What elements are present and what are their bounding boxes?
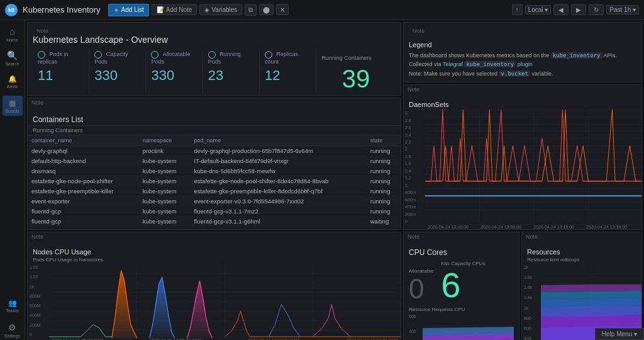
telegraf-link[interactable]: Telegraf xyxy=(443,61,463,67)
metric-running-containers: Running Containers 39 xyxy=(316,50,396,93)
nodes-cpu-chart-area: 1.00 1.20 1k 800M 600M 400M 200M 0 xyxy=(28,264,401,338)
sidebar-item-teams[interactable]: 👥 Teams xyxy=(3,296,23,316)
plugin-link[interactable]: plugin xyxy=(518,61,533,67)
daemonsets-svg xyxy=(425,110,641,225)
cpu-allocatable: Allocatable 0 xyxy=(409,268,433,303)
metric-allocatable-pods: Allocatable Pods 330 xyxy=(146,50,203,93)
resources-title: Resources xyxy=(522,241,641,257)
plus-icon: ＋ xyxy=(113,6,119,14)
nodes-cpu-note-label: Note xyxy=(28,232,401,241)
location-selector[interactable]: Local ▾ xyxy=(525,5,552,14)
table-row: estafette-gke-preemptible-killerkube-sys… xyxy=(28,186,401,196)
col-pod-name: pod_name xyxy=(190,135,366,146)
add-note-button[interactable]: 📝 Add Note xyxy=(152,4,197,15)
table-row: default-http-backendkube-systemIT-defaul… xyxy=(28,156,401,166)
table-row: devly-graphqlproctinkdevly-graphql-produ… xyxy=(28,146,401,156)
nodes-cpu-svg xyxy=(49,264,401,338)
gear-icon: ⚙ xyxy=(8,322,16,332)
rr-chart xyxy=(423,314,514,340)
metric-running-pods: Running Pods 23 xyxy=(203,50,260,93)
topbar-right: ↑ Local ▾ ◀ ▶ ↻ Past 1h ▾ xyxy=(512,4,639,15)
app-logo: k8 xyxy=(5,4,18,16)
dashboard-grid: Note Kubernetes Landscape - Overview Pod… xyxy=(25,20,644,340)
sidebar: ⌂ Home 🔍 Search 🔔 Alerts ▦ Boards 👥 Team… xyxy=(0,20,25,340)
refresh-button[interactable]: ↻ xyxy=(589,4,604,15)
cpu-cores-content: CPU Cores Allocatable 0 K8s Capacity CPU… xyxy=(404,241,519,340)
home-icon: ⌂ xyxy=(9,26,14,37)
resources-panel: Note Resources Resource limit millicups … xyxy=(521,232,642,340)
rr-svg xyxy=(423,314,514,340)
table-row: fluentd-gcpkube-systemfluentd-gcp-v3.1.1… xyxy=(28,227,401,230)
cpu-cores-panel: Note CPU Cores Allocatable 0 K8s Capacit… xyxy=(403,232,519,340)
resources-note-label: Note xyxy=(522,232,641,241)
metric-capacity-pods: Capacity Pods 330 xyxy=(89,50,146,93)
metric-circle-4 xyxy=(208,51,216,59)
sidebar-item-alerts[interactable]: 🔔 Alerts xyxy=(3,72,23,92)
table-row: event-exporterkube-systemevent-exporter-… xyxy=(28,196,401,207)
nodes-cpu-y-axis: 1.00 1.20 1k 800M 600M 400M 200M 0 xyxy=(28,264,49,338)
col-namespace: namespace xyxy=(139,135,191,146)
help-menu-button[interactable]: Help Menu ▾ xyxy=(595,328,644,340)
nodes-cpu-title: Nodes CPU Usage xyxy=(28,241,401,257)
sidebar-item-search[interactable]: 🔍 Search xyxy=(3,48,23,68)
search-icon: 🔍 xyxy=(7,50,18,60)
add-list-button[interactable]: ＋ Add List xyxy=(108,4,149,16)
right-column: Note Legend The dashboard shows Kubernet… xyxy=(403,22,642,230)
nav-left-button[interactable]: ◀ xyxy=(553,4,569,15)
time-range-selector[interactable]: Past 1h ▾ xyxy=(606,5,639,14)
nav-right-button[interactable]: ▶ xyxy=(571,4,586,15)
allocatable-value: 0 xyxy=(409,275,433,303)
metric-circle-1 xyxy=(38,51,45,59)
nodes-cpu-subtitle: Pods CPU Usage in Nanocores xyxy=(28,257,401,264)
variables-button[interactable]: ◈ Variables xyxy=(199,4,242,15)
containers-subtitle: Running Containers xyxy=(28,126,401,135)
cpu-cores-title: CPU Cores xyxy=(409,248,514,257)
daemonsets-chart xyxy=(425,110,641,225)
table-row: fluentd-gcpkube-systemfluentd-gcp-v3.1.1… xyxy=(28,217,401,227)
legend-note-label: Note xyxy=(409,26,636,35)
left-column: Note Kubernetes Landscape - Overview Pod… xyxy=(27,22,401,230)
save-button[interactable]: ↑ xyxy=(512,4,523,15)
metric-circle-3 xyxy=(151,51,158,59)
page-title: Kubernetes Inventory xyxy=(23,5,101,14)
svg-marker-48 xyxy=(541,315,641,327)
teams-icon: 👥 xyxy=(8,299,17,307)
containers-note-label: Note xyxy=(28,98,401,106)
containers-table: container_name namespace pod_name state … xyxy=(28,135,401,230)
overview-title: Kubernetes Landscape - Overview xyxy=(33,35,396,45)
resources-subtitle: Resource limit millicups xyxy=(522,257,641,264)
icon-btn-3[interactable]: ✕ xyxy=(276,4,289,15)
sidebar-item-settings[interactable]: ⚙ Settings xyxy=(3,320,23,340)
rr-y-axis: 600 400 200 xyxy=(409,314,423,340)
overview-note-label: Note xyxy=(33,26,396,35)
topbar: k8 Kubernetes Inventory ＋ Add List 📝 Add… xyxy=(0,0,644,20)
icon-btn-2[interactable]: ⬤ xyxy=(259,4,274,15)
sidebar-item-boards[interactable]: ▦ Boards xyxy=(3,96,23,116)
icon-btn-1[interactable]: ⧉ xyxy=(245,4,257,16)
table-row: fluentd-gcpkube-systemfluentd-gcp-v3.1.1… xyxy=(28,207,401,217)
nodes-cpu-panel: Note Nodes CPU Usage Pods CPU Usage in N… xyxy=(27,232,401,340)
col-container-name: container_name xyxy=(28,135,139,146)
legend-text: The dashboard shows Kubernetes metrics b… xyxy=(409,51,636,78)
table-row: dnsmasqkube-systemkube-dns-5d6b89fcc58-m… xyxy=(28,166,401,176)
metric-circle-2 xyxy=(94,51,102,59)
cpu-cores-note-label: Note xyxy=(404,232,519,241)
metric-replicas-count: Replicas count 12 xyxy=(260,50,316,93)
variables-icon: ◈ xyxy=(204,6,209,13)
k8s-value: 6 xyxy=(441,268,485,303)
note-icon: 📝 xyxy=(157,6,164,13)
containers-list-panel: Note Containers List Running Containers … xyxy=(27,98,401,230)
nodes-cpu-chart xyxy=(49,264,401,338)
svg-marker-51 xyxy=(541,291,641,300)
containers-title: Containers List xyxy=(28,106,401,126)
resources-y-axis: 2k 1.8k 1.6k 1.4k 1k 800 600 400 xyxy=(522,264,541,340)
daemonsets-x-axis: 2020-04-24 12:45:00 GMT+2 2020-04-24 13:… xyxy=(404,225,641,230)
overview-metrics: Pods in replicas 11 Capacity Pods 330 xyxy=(33,50,396,93)
legend-content: Legend The dashboard shows Kubernetes me… xyxy=(409,35,636,78)
content-area: Note Kubernetes Landscape - Overview Pod… xyxy=(25,20,644,340)
legend-panel: Note Legend The dashboard shows Kubernet… xyxy=(403,22,642,82)
metric-circle-5 xyxy=(265,51,272,59)
sidebar-item-home[interactable]: ⌂ Home xyxy=(3,24,23,44)
overview-panel: Note Kubernetes Landscape - Overview Pod… xyxy=(27,22,401,96)
resource-requests-chart-area: 600 400 200 xyxy=(409,314,514,340)
